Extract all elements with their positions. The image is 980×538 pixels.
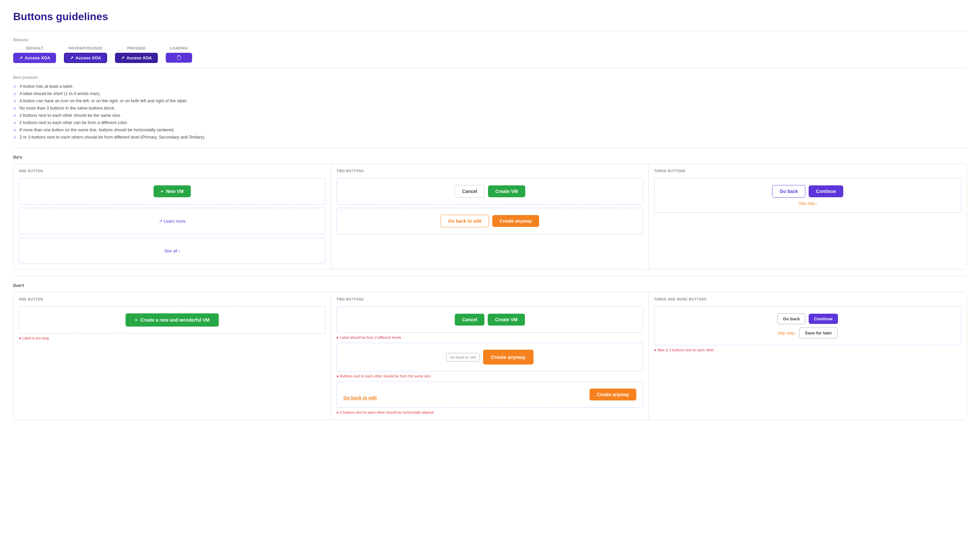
donts-cards: ONE BUTTON + Create a new and wonderful … xyxy=(13,292,967,420)
list-item: ✓2 buttons next to each other can be fro… xyxy=(13,120,967,125)
skip-step-link-dont[interactable]: Skip step › xyxy=(778,331,796,335)
spinner-icon xyxy=(177,56,181,60)
donts-two-buttons-inner2: Go back to edit Create anyway xyxy=(336,343,643,371)
list-item: ✓A button has at least a label. xyxy=(13,84,967,89)
donts-go-back-create-row: Go back to edit Create anyway xyxy=(446,350,533,364)
donts-three-more-label: THREE AND MORE BUTTONS xyxy=(654,297,961,301)
dos-one-button-card: ONE BUTTON + New VM ↗ Learn more See all… xyxy=(14,164,331,269)
list-item: ✓If more than one button on the same lin… xyxy=(13,127,967,133)
go-back-button-dos[interactable]: Go back xyxy=(772,185,805,198)
external-link-icon-pressed: ↗ xyxy=(121,56,124,61)
check-icon: ✓ xyxy=(13,91,17,96)
learn-more-link[interactable]: ↗ Learn more xyxy=(159,219,186,224)
new-vm-button[interactable]: + New VM xyxy=(154,185,191,197)
list-item: ✓2 or 3 buttons next to each others shou… xyxy=(13,134,967,140)
skip-step-link-dos[interactable]: Skip step › xyxy=(799,201,816,206)
dos-one-button-inner: + New VM xyxy=(19,178,326,204)
page-container: Buttons guidelines Behavior DEFAULT ↗ Ac… xyxy=(0,0,980,431)
donts-one-button-label: ONE BUTTON xyxy=(19,297,326,301)
create-new-vm-button[interactable]: + Create a new and wonderful VM xyxy=(126,313,219,327)
dos-label: Do's xyxy=(13,155,967,160)
plus-icon-dont: + xyxy=(135,317,137,322)
dos-two-buttons-inner1: Cancel Create VM xyxy=(336,178,643,204)
plus-icon: + xyxy=(161,189,164,194)
check-icon: ✓ xyxy=(13,84,17,89)
btn-hover[interactable]: ↗ Access XOA xyxy=(64,53,107,63)
donts-three-more-card: THREE AND MORE BUTTONS Go back Continue … xyxy=(649,292,966,420)
go-back-create-row: Go back to edit Create anyway xyxy=(441,215,539,227)
go-back-continue-row: Go back Continue xyxy=(772,185,843,198)
page-title: Buttons guidelines xyxy=(13,11,967,23)
btn-pressed[interactable]: ↗ Access XOA xyxy=(115,53,158,63)
list-item: ✓A button can have an icon on the left, … xyxy=(13,98,967,104)
continue-button-dos[interactable]: Continue xyxy=(809,185,843,197)
dos-three-buttons-inner: Go back Continue Skip step › xyxy=(654,178,961,213)
tab-pressed-label: PRESSED xyxy=(115,46,158,50)
tab-loading: LOADING xyxy=(166,46,192,63)
check-icon: ✓ xyxy=(13,106,17,111)
tab-pressed: PRESSED ↗ Access XOA xyxy=(115,46,158,63)
donts-label: Don't xyxy=(13,283,967,288)
cancel-button[interactable]: Cancel xyxy=(454,185,485,198)
donts-go-back-button[interactable]: Go back to edit xyxy=(446,353,479,362)
donts-go-back-button-three[interactable]: Go back xyxy=(777,313,805,324)
donts-three-more-error: ● Max is 3 buttons next to each other xyxy=(654,348,961,352)
donts-two-buttons-error2: ● Buttons next to each other should be f… xyxy=(336,374,643,378)
donts-one-button-inner: + Create a new and wonderful VM xyxy=(19,307,326,334)
tab-hover-label: HOVER/FOCUSED xyxy=(64,46,107,50)
external-link-icon: ↗ xyxy=(19,56,23,61)
list-item: ✓No more than 3 buttons in the same butt… xyxy=(13,105,967,111)
best-practices-label: Best practices xyxy=(13,75,967,80)
dos-one-button-links: ↗ Learn more xyxy=(19,208,326,234)
list-item: ✓2 buttons next to each other should be … xyxy=(13,113,967,118)
check-icon: ✓ xyxy=(13,128,17,133)
best-practices-section: Best practices ✓A button has at least a … xyxy=(13,75,967,140)
cancel-create-row: Cancel Create VM xyxy=(454,185,525,198)
check-icon: ✓ xyxy=(13,99,17,104)
donts-go-back-continue-row: Go back Continue xyxy=(777,313,838,324)
chevron-right-icon-skip: › xyxy=(816,201,817,206)
donts-two-buttons-error3: ● 2 buttons next to each other should be… xyxy=(336,410,643,414)
donts-one-button-error: ● Label is too long xyxy=(19,336,326,340)
dos-three-buttons-card: THREE BUTTONS Go back Continue Skip step… xyxy=(649,164,966,269)
check-icon: ✓ xyxy=(13,120,17,125)
donts-two-buttons-error1: ● Label should be from 2 different level… xyxy=(336,335,643,339)
dos-two-buttons-inner2: Go back to edit Create anyway xyxy=(336,208,643,234)
btn-default[interactable]: ↗ Access XOA xyxy=(13,53,56,63)
error-icon4: ● xyxy=(336,410,339,414)
donts-create-vm-button[interactable]: Create VM xyxy=(488,314,525,326)
donts-go-back-underline-button[interactable]: Go back to edit xyxy=(344,395,377,401)
error-icon5: ● xyxy=(654,348,656,352)
error-icon3: ● xyxy=(336,374,339,378)
tab-default-label: DEFAULT xyxy=(13,46,56,50)
create-vm-button[interactable]: Create VM xyxy=(488,185,525,197)
error-icon: ● xyxy=(19,336,21,340)
see-all-link[interactable]: See all › xyxy=(164,248,180,253)
dos-two-buttons-label: TWO BUTTONS xyxy=(336,169,643,173)
tab-default: DEFAULT ↗ Access XOA xyxy=(13,46,56,63)
list-item: ✓A label should be short (1 to 4 words m… xyxy=(13,91,967,96)
create-anyway-button-dos[interactable]: Create anyway xyxy=(492,215,539,227)
donts-continue-button-three[interactable]: Continue xyxy=(809,314,838,324)
btn-loading[interactable] xyxy=(166,53,192,63)
check-icon: ✓ xyxy=(13,135,17,140)
go-back-to-edit-button-dos[interactable]: Go back to edit xyxy=(441,215,489,227)
donts-two-buttons-card: TWO BUTTONS Cancel Create VM ● Label sho… xyxy=(331,292,649,420)
dos-cards: ONE BUTTON + New VM ↗ Learn more See all… xyxy=(13,164,967,270)
donts-two-buttons-inner1: Cancel Create VM xyxy=(336,307,643,333)
donts-three-more-inner: Go back Continue Skip step › Save for la… xyxy=(654,307,961,345)
donts-cancel-button[interactable]: Cancel xyxy=(455,314,484,326)
donts-create-anyway-button2[interactable]: Create anyway xyxy=(590,389,636,401)
donts-one-button-card: ONE BUTTON + Create a new and wonderful … xyxy=(14,292,331,420)
behavior-label: Behavior xyxy=(13,38,967,42)
donts-two-buttons-label: TWO BUTTONS xyxy=(336,297,643,301)
btn-default-label: Access XOA xyxy=(25,56,50,61)
donts-create-anyway-button[interactable]: Create anyway xyxy=(483,350,533,364)
dos-two-buttons-card: TWO BUTTONS Cancel Create VM Go back to … xyxy=(331,164,649,269)
save-for-later-button[interactable]: Save for later xyxy=(799,327,837,338)
behavior-tabs: DEFAULT ↗ Access XOA HOVER/FOCUSED ↗ Acc… xyxy=(13,46,967,63)
tab-loading-label: LOADING xyxy=(166,46,192,50)
dos-see-all-block: See all › xyxy=(19,238,326,264)
external-link-icon-hover: ↗ xyxy=(70,56,73,61)
check-icon: ✓ xyxy=(13,113,17,118)
